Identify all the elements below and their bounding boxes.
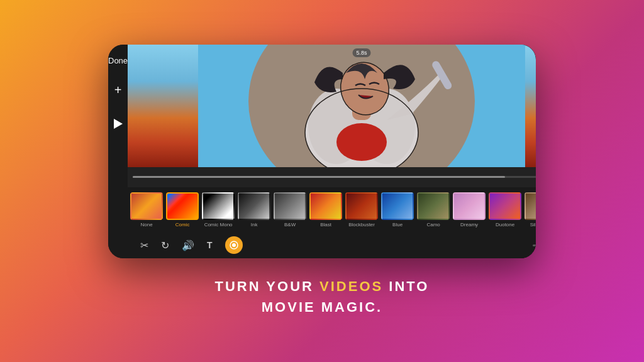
main-content: 5.8s 100 None Comic Comic Mono (128, 45, 536, 258)
device-frame: Done + (108, 45, 536, 258)
filter-thumb-comic-mono (202, 192, 235, 220)
left-sidebar: Done + (108, 45, 128, 258)
filter-label-bw: B&W (284, 222, 296, 228)
text-icon[interactable]: T (207, 240, 213, 250)
toolbar-icons: ✂ ↻ 🔊 T (140, 236, 243, 254)
filter-comic-mono[interactable]: Comic Mono (201, 192, 236, 228)
filter-thumb-comic (166, 192, 199, 220)
tagline-line1: TURN YOUR VIDEOS INTO (215, 276, 430, 297)
filter-thumb-silent-era (525, 192, 536, 220)
scrubber-fill (133, 176, 505, 178)
filter-duotone[interactable]: Duotone (487, 192, 523, 228)
filter-label-dreamy: Dreamy (460, 222, 478, 228)
filter-ink[interactable]: Ink (236, 192, 272, 228)
filter-label-camo: Camo (426, 222, 440, 228)
done-button[interactable]: Done (108, 56, 128, 65)
filter-bw[interactable]: B&W (272, 192, 308, 228)
filter-blast[interactable]: Blast (308, 192, 343, 228)
tagline-into: INTO (383, 278, 429, 294)
filter-thumb-none (130, 192, 163, 220)
filter-label-none: None (141, 222, 153, 228)
filter-strip: None Comic Comic Mono Ink B&W Blast (128, 187, 536, 233)
filter-thumb-bw (274, 192, 306, 220)
bottom-toolbar: ✂ ↻ 🔊 T (128, 232, 536, 258)
filter-blockbuster[interactable]: Blockbuster (344, 192, 379, 228)
filter-blue[interactable]: Blue (380, 192, 415, 228)
filter-label-comic-mono: Comic Mono (204, 222, 233, 228)
video-preview: 5.8s (128, 45, 536, 167)
filter-thumb-ink (238, 192, 270, 220)
svg-point-14 (232, 243, 236, 247)
scissors-icon[interactable]: ✂ (140, 239, 148, 251)
tagline-videos: VIDEOS (319, 278, 383, 294)
filter-label-ink: Ink (251, 222, 258, 228)
filter-label-blue: Blue (392, 222, 402, 228)
time-badge: 5.8s (353, 48, 371, 57)
filter-comic[interactable]: Comic (165, 192, 200, 228)
play-icon (114, 119, 123, 129)
tagline-line2: MOVIE MAGIC. (215, 297, 430, 317)
filter-thumb-camo (417, 192, 450, 220)
filter-thumb-duotone (489, 192, 521, 220)
video-background (128, 45, 536, 167)
add-button[interactable]: + (114, 83, 122, 97)
filter-label-duotone: Duotone (496, 222, 514, 228)
filter-active-button[interactable] (225, 236, 243, 254)
filter-thumb-blast (309, 192, 342, 220)
video-figure (128, 45, 536, 167)
filter-thumb-blockbuster (345, 192, 378, 220)
filter-dreamy[interactable]: Dreamy (452, 192, 487, 228)
tagline-turn-your: TURN YOUR (215, 278, 320, 294)
scroll-indicator (533, 244, 536, 246)
filter-none[interactable]: None (129, 192, 164, 228)
filter-thumb-dreamy (453, 192, 486, 220)
filter-label-blast: Blast (320, 222, 331, 228)
tagline: TURN YOUR VIDEOS INTO MOVIE MAGIC. (215, 276, 430, 317)
play-button[interactable] (109, 115, 127, 133)
filter-label-blockbuster: Blockbuster (348, 222, 375, 228)
filter-label-comic: Comic (175, 222, 190, 228)
audio-icon[interactable]: 🔊 (182, 239, 194, 251)
filter-active-icon (229, 240, 239, 250)
timeline-bar: 100 (128, 167, 536, 187)
filter-thumb-blue (381, 192, 414, 220)
scrubber-track[interactable] (133, 176, 536, 178)
filter-camo[interactable]: Camo (416, 192, 451, 228)
filter-silent-era[interactable]: Silent Era (523, 192, 536, 228)
svg-rect-12 (198, 45, 525, 167)
filter-label-silent-era: Silent Era (530, 222, 536, 228)
rotate-icon[interactable]: ↻ (161, 239, 169, 251)
